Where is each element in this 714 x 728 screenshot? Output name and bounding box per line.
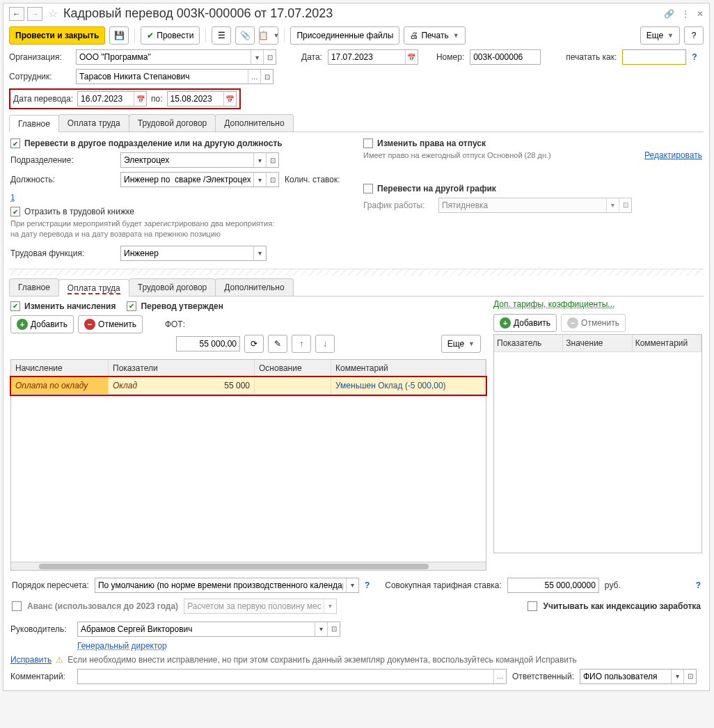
chk-approved[interactable]: ✔ <box>127 301 136 311</box>
tab-main[interactable]: Главное <box>9 115 59 132</box>
edit-link[interactable]: Редактировать <box>644 150 702 161</box>
total-rate-input[interactable] <box>507 578 599 593</box>
open-icon[interactable]: ⊡ <box>260 70 273 84</box>
choose-icon[interactable]: … <box>493 670 506 683</box>
post-and-close-button[interactable]: Провести и закрыть <box>9 26 105 45</box>
tab2-main[interactable]: Главное <box>9 278 59 296</box>
open-icon[interactable]: ⊡ <box>266 153 278 167</box>
manager-input[interactable]: ▾ ⊡ <box>77 622 340 637</box>
open-icon[interactable]: ⊡ <box>683 670 696 683</box>
date-label: Дата: <box>301 52 322 62</box>
tab2-additional[interactable]: Дополнительно <box>215 278 293 296</box>
main-toolbar: Провести и закрыть 💾 ✔Провести ☰ 📎 📋▼ Пр… <box>3 24 709 47</box>
link-icon[interactable]: 🔗 <box>664 9 674 19</box>
close-icon[interactable]: ✕ <box>697 9 704 19</box>
total-rate-label: Совокупная тарифная ставка: <box>385 580 502 590</box>
refresh-button[interactable]: ⟳ <box>244 335 264 353</box>
save-button[interactable]: 💾 <box>109 26 129 45</box>
transfer-date-from-input[interactable]: 📅 <box>77 91 147 106</box>
responsible-label: Ответственный: <box>512 672 574 681</box>
r-add-button[interactable]: +Добавить <box>493 314 557 332</box>
print-as-label: печатать как: <box>566 52 617 62</box>
favorite-icon[interactable]: ☆ <box>45 7 61 20</box>
horizontal-scrollbar[interactable] <box>11 562 486 570</box>
table-more-button[interactable]: Еще▼ <box>441 335 481 353</box>
dop-tarif-link[interactable]: Доп. тарифы, коэффициенты... <box>493 299 614 309</box>
calendar-icon[interactable]: 📅 <box>134 92 146 106</box>
open-icon[interactable]: ⊡ <box>263 50 276 64</box>
rate-link[interactable]: 1 <box>10 193 15 203</box>
nav-forward-button[interactable]: → <box>27 7 42 21</box>
choose-icon[interactable]: … <box>248 70 260 84</box>
dropdown-icon[interactable]: ▾ <box>251 50 263 64</box>
chk-transfer-dept[interactable]: ✔ <box>10 139 20 148</box>
nav-back-button[interactable]: ← <box>9 7 24 21</box>
dropdown-icon[interactable]: ▾ <box>315 622 327 636</box>
recalc-input[interactable]: ▾ <box>95 578 359 593</box>
transfer-date-to-input[interactable]: 📅 <box>167 91 237 106</box>
table-row[interactable]: Оплата по окладу Оклад 55 000 Уменьшен О… <box>11 377 486 395</box>
chk-change-accruals[interactable]: ✔ <box>10 301 20 311</box>
td-basis <box>255 377 331 395</box>
calendar-icon[interactable]: 📅 <box>405 50 418 64</box>
calendar-icon[interactable]: 📅 <box>223 92 236 106</box>
employee-input[interactable]: … ⊡ <box>76 69 273 84</box>
dropdown-icon[interactable]: ▾ <box>253 246 266 260</box>
open-icon: ⊡ <box>619 198 631 212</box>
fot-input[interactable] <box>176 336 240 351</box>
print-button[interactable]: 🖨 Печать▼ <box>404 26 465 45</box>
tab2-contract[interactable]: Трудовой договор <box>129 278 216 296</box>
help-icon[interactable]: ? <box>696 580 701 590</box>
attach-button[interactable]: 📎 <box>235 26 255 45</box>
kebab-icon[interactable]: ⋮ <box>681 9 690 19</box>
chk-advance[interactable] <box>12 601 22 611</box>
post-button[interactable]: ✔Провести <box>141 26 200 45</box>
dropdown-icon[interactable]: ▾ <box>346 578 358 592</box>
tab-pay[interactable]: Оплата труда <box>58 114 129 132</box>
org-label: Организация: <box>9 52 70 62</box>
dropdown-icon[interactable]: ▾ <box>253 173 266 187</box>
open-icon[interactable]: ⊡ <box>266 173 278 187</box>
org-input[interactable]: ▾ ⊡ <box>76 49 276 65</box>
responsible-input[interactable]: ▾ ⊡ <box>580 669 697 684</box>
pos-input[interactable]: ▾ ⊡ <box>120 172 279 187</box>
move-up-button[interactable]: ↑ <box>292 335 311 353</box>
number-input[interactable] <box>470 49 541 65</box>
tab-contract[interactable]: Трудовой договор <box>129 114 216 132</box>
chk-workbook[interactable]: ✔ <box>10 207 20 216</box>
move-down-button[interactable]: ↓ <box>315 335 335 353</box>
date-input[interactable]: 📅 <box>328 49 418 65</box>
chk-vacation[interactable] <box>363 139 373 148</box>
chk-index[interactable] <box>527 601 537 611</box>
create-based-button[interactable]: 📋▼ <box>259 26 278 45</box>
vacation-hint: Имеет право на ежегодный отпуск Основной… <box>363 150 637 161</box>
help-icon[interactable]: ? <box>365 580 370 590</box>
tab-additional[interactable]: Дополнительно <box>215 114 293 132</box>
func-input[interactable]: ▾ <box>120 246 267 261</box>
doc-list-button[interactable]: ☰ <box>212 26 231 45</box>
footer: Руководитель: ▾ ⊡ Генеральный директор И… <box>3 615 709 690</box>
comment-input[interactable]: … <box>77 669 507 684</box>
edit-button[interactable]: ✎ <box>268 335 287 353</box>
more-button[interactable]: Еще▼ <box>640 26 680 45</box>
titlebar: ← → ☆ Кадровый перевод 003К-000006 от 17… <box>3 3 709 24</box>
th-basis: Основание <box>255 360 331 377</box>
add-accrual-button[interactable]: +Добавить <box>10 315 74 333</box>
help-button[interactable]: ? <box>684 26 704 45</box>
cancel-accrual-button[interactable]: −Отменить <box>78 315 143 333</box>
chk-schedule-label: Перевести на другой график <box>377 184 496 193</box>
tab2-pay[interactable]: Оплата труда <box>58 279 129 296</box>
tabs-pay: Главное Оплата труда Трудовой договор До… <box>9 278 704 296</box>
print-as-input[interactable] <box>622 49 686 65</box>
fix-link[interactable]: Исправить <box>10 655 51 665</box>
manager-position-link[interactable]: Генеральный директор <box>77 641 167 651</box>
open-icon[interactable]: ⊡ <box>327 622 340 636</box>
attached-files-button[interactable]: Присоединенные файлы <box>290 26 399 45</box>
recalc-label: Порядок пересчета: <box>12 580 89 590</box>
th-comment: Комментарий <box>331 360 486 377</box>
help-hint-icon[interactable]: ? <box>692 52 697 62</box>
chk-schedule[interactable] <box>363 184 373 193</box>
dropdown-icon[interactable]: ▾ <box>671 670 683 683</box>
dept-input[interactable]: ▾ ⊡ <box>120 152 279 168</box>
dropdown-icon[interactable]: ▾ <box>253 153 266 167</box>
